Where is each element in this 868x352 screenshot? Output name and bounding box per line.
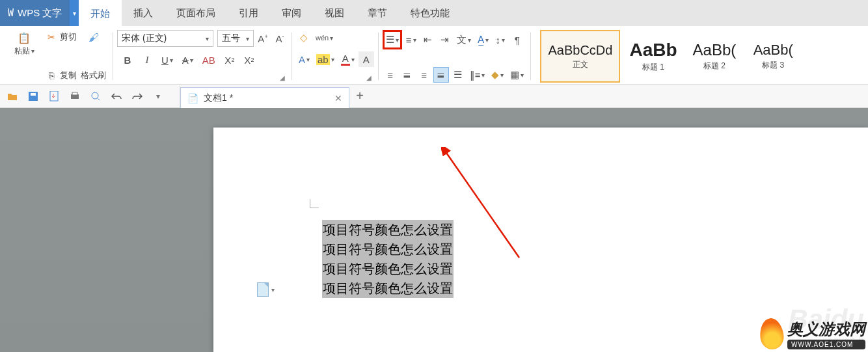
decrease-font-icon: A- — [275, 33, 284, 44]
tab-start[interactable]: 开始 — [79, 0, 122, 26]
corner-logo: 奥义游戏网 WWW.AOE1.COM — [760, 318, 865, 349]
format-painter-button[interactable]: 🖌 — [78, 30, 109, 46]
printer-icon — [70, 92, 80, 101]
font-group-expander[interactable]: ◢ — [277, 73, 288, 83]
app-name: WPS 文字 — [18, 7, 62, 20]
font-size-select[interactable]: 五号 ▾ — [217, 30, 254, 47]
align-right-button[interactable]: ≡ — [416, 67, 432, 83]
title-bar: W WPS 文字 ▾ 开始 插入 页面布局 引用 审阅 视图 章节 特色功能 — [0, 0, 868, 26]
clear-format-button[interactable]: ◇ — [296, 30, 312, 46]
increase-font-button[interactable]: A+ — [255, 31, 271, 46]
align-left-button[interactable]: ≡ — [383, 67, 398, 83]
numbered-list-button[interactable]: ≡▾ — [403, 32, 419, 47]
text-line[interactable]: 项目符号颜色怎么设置 — [322, 278, 454, 298]
decrease-font-button[interactable]: A- — [272, 31, 288, 46]
document-tab-strip: 📄 文档1 * ✕ + — [180, 85, 370, 107]
app-title: W WPS 文字 — [0, 0, 70, 26]
phonetic-guide-button[interactable]: wén▾ — [313, 30, 336, 46]
quick-more-button[interactable]: ▾ — [152, 90, 164, 102]
style-heading2[interactable]: AaBb( 标题 2 — [686, 30, 743, 83]
text-effect-expander[interactable]: ◢ — [364, 73, 374, 83]
export-pdf-button[interactable] — [48, 90, 60, 102]
group-font: 宋体 (正文) ▾ 五号 ▾ A+ A- B I U▾ A▾ AB X2 X2 … — [117, 30, 288, 83]
text-line[interactable]: 项目符号颜色怎么设置 — [322, 239, 454, 259]
svg-rect-2 — [50, 91, 58, 101]
highlight-button[interactable]: ab▾ — [314, 51, 337, 67]
cut-button[interactable]: ✂ 剪切 — [43, 30, 79, 44]
tab-review[interactable]: 审阅 — [270, 0, 313, 26]
char-shading-button[interactable]: A — [359, 51, 374, 67]
bullet-list-button[interactable]: ☰▾ — [383, 30, 402, 49]
text-direction-icon: 文 — [457, 34, 467, 46]
italic-button[interactable]: I — [139, 52, 155, 68]
style-normal[interactable]: AaBbCcDd 正文 — [540, 30, 620, 83]
align-justify-button[interactable]: ≣ — [433, 67, 449, 83]
text-line[interactable]: 项目符号颜色怎么设置 — [322, 259, 454, 278]
align-center-button[interactable]: ≣ — [400, 67, 415, 83]
undo-icon — [111, 92, 122, 100]
decrease-indent-button[interactable]: ⇤ — [420, 32, 436, 47]
show-marks-button[interactable]: ¶ — [509, 32, 525, 47]
shading-button[interactable]: ◆▾ — [489, 67, 506, 83]
new-tab-button[interactable]: + — [349, 85, 370, 107]
svg-point-5 — [92, 92, 98, 99]
text-direction-button[interactable]: 文▾ — [454, 32, 474, 47]
group-format-painter: 🖌 格式刷 — [78, 30, 109, 83]
group-text-effect: ◇ wén▾ A▾ ab▾ A▾ A ◢ — [296, 30, 374, 83]
redo-icon — [132, 92, 142, 100]
format-painter-label-row: 格式刷 — [78, 68, 109, 83]
workspace: 项目符号颜色怎么设置 项目符号颜色怎么设置 项目符号颜色怎么设置 项目符号颜色怎… — [0, 108, 868, 352]
group-clipboard: 📋 粘贴 ▾ — [5, 30, 43, 83]
document-tab[interactable]: 📄 文档1 * ✕ — [180, 87, 349, 108]
emphasis-button[interactable]: AB — [200, 52, 218, 68]
bold-button[interactable]: B — [120, 52, 135, 68]
print-button[interactable] — [69, 90, 81, 102]
style-label: 正文 — [573, 59, 588, 70]
paintbrush-icon: 🖌 — [87, 31, 100, 44]
tab-special[interactable]: 特色功能 — [399, 0, 461, 26]
strikethrough-button[interactable]: A▾ — [180, 52, 196, 68]
navigation-flag[interactable]: ▾ — [257, 282, 275, 297]
document-title: 文档1 * — [204, 92, 233, 104]
subscript-button[interactable]: X2 — [241, 52, 257, 68]
document-icon: 📄 — [187, 93, 198, 103]
text-line[interactable]: 项目符号颜色怎么设置 — [322, 220, 454, 239]
undo-button[interactable] — [111, 90, 122, 102]
tab-view[interactable]: 视图 — [313, 0, 356, 26]
tab-sections[interactable]: 章节 — [356, 0, 399, 26]
sort-button[interactable]: ↕▾ — [493, 32, 508, 47]
style-heading1[interactable]: AaBb 标题 1 — [623, 30, 683, 83]
line-spacing-button[interactable]: ‖≡▾ — [467, 67, 488, 83]
copy-button[interactable]: ⎘ 复制 — [43, 68, 79, 83]
style-heading3[interactable]: AaBb( 标题 3 — [745, 30, 801, 83]
save-icon — [29, 92, 38, 101]
separator — [530, 33, 531, 80]
format-painter-label: 格式刷 — [81, 70, 106, 81]
tab-insert[interactable]: 插入 — [122, 0, 165, 26]
tab-page-layout[interactable]: 页面布局 — [165, 0, 227, 26]
distribute-text-button[interactable]: ☰ — [450, 67, 466, 83]
redo-button[interactable] — [131, 90, 143, 102]
font-color-button[interactable]: A▾ — [338, 51, 357, 67]
ruler-indent-marker[interactable] — [310, 199, 319, 208]
font-size-value: 五号 — [222, 33, 240, 44]
paste-button[interactable]: 📋 粘贴 ▾ — [5, 30, 43, 58]
separator — [378, 33, 379, 80]
style-sample: AaBb — [629, 40, 677, 61]
tab-references[interactable]: 引用 — [227, 0, 270, 26]
style-label: 标题 3 — [762, 60, 784, 71]
document-arrow-icon — [49, 91, 59, 102]
document-content[interactable]: 项目符号颜色怎么设置 项目符号颜色怎么设置 项目符号颜色怎么设置 项目符号颜色怎… — [322, 220, 454, 298]
save-button[interactable] — [27, 90, 39, 102]
underline-button[interactable]: U▾ — [159, 52, 176, 68]
app-menu-dropdown[interactable]: ▾ — [70, 0, 79, 26]
print-preview-button[interactable] — [90, 90, 102, 102]
text-effect-button[interactable]: A▾ — [296, 51, 312, 67]
align-distribute-button[interactable]: A̲▾ — [475, 32, 491, 47]
font-family-select[interactable]: 宋体 (正文) ▾ — [117, 30, 213, 47]
borders-button[interactable]: ▦▾ — [508, 67, 526, 83]
open-button[interactable] — [7, 90, 18, 102]
close-tab-button[interactable]: ✕ — [334, 93, 342, 103]
superscript-button[interactable]: X2 — [222, 52, 237, 68]
increase-indent-button[interactable]: ⇥ — [437, 32, 453, 47]
